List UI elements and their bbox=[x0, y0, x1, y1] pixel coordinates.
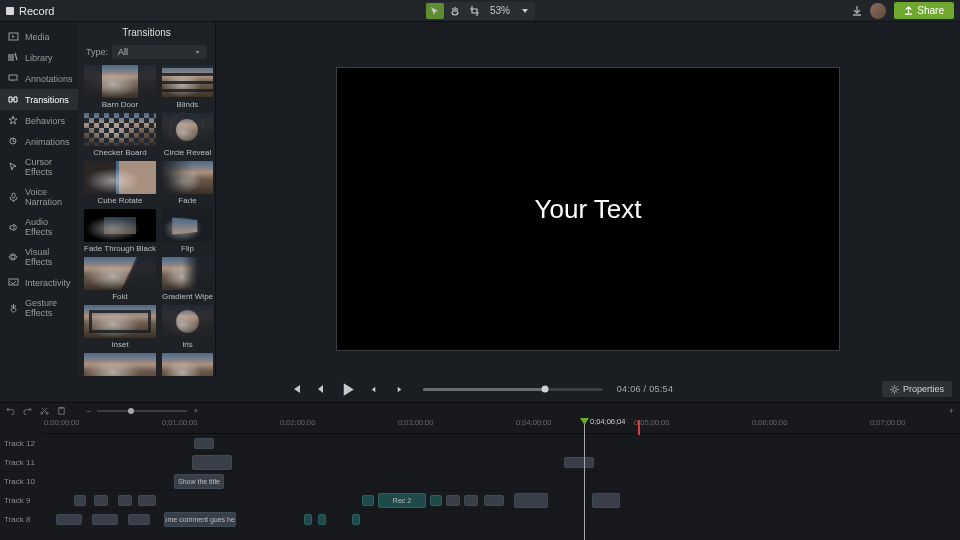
timeline-clip[interactable] bbox=[464, 495, 478, 506]
track-header[interactable]: Track 8 bbox=[0, 510, 44, 528]
track-header[interactable]: Track 11 bbox=[0, 453, 44, 471]
timeline-clip[interactable] bbox=[592, 493, 620, 508]
tool-hand[interactable] bbox=[446, 3, 464, 19]
sidebar-item-transitions[interactable]: Transitions bbox=[0, 89, 78, 110]
timeline-clip[interactable] bbox=[94, 495, 108, 506]
transition-barn-door[interactable]: Barn Door bbox=[84, 65, 156, 109]
transition-gradient-wipe[interactable]: Gradient Wipe bbox=[162, 257, 213, 301]
timeline-clip[interactable]: Some comment goes here bbox=[164, 512, 236, 527]
timeline-clip[interactable] bbox=[564, 457, 594, 468]
share-button[interactable]: Share bbox=[894, 2, 954, 19]
scrub-bar[interactable] bbox=[423, 388, 603, 391]
timeline-clip[interactable] bbox=[446, 495, 460, 506]
timeline-clip[interactable] bbox=[56, 514, 82, 525]
tool-crop[interactable] bbox=[466, 3, 484, 19]
behaviors-icon bbox=[8, 115, 19, 126]
timeline-clip[interactable]: Show the title bbox=[174, 474, 224, 489]
transition-fade-through-black[interactable]: Fade Through Black bbox=[84, 209, 156, 253]
timeline-clip[interactable] bbox=[430, 495, 442, 506]
track-header[interactable]: Track 9 bbox=[0, 491, 44, 509]
type-dropdown[interactable]: All bbox=[112, 45, 207, 59]
sidebar-item-audio[interactable]: Audio Effects bbox=[0, 212, 78, 242]
playhead-timecode: 0;04;06;04 bbox=[590, 418, 625, 426]
sidebar-item-behaviors[interactable]: Behaviors bbox=[0, 110, 78, 131]
timeline-clip[interactable] bbox=[484, 495, 504, 506]
transition-inset[interactable]: Inset bbox=[84, 305, 156, 349]
zoom-out-icon[interactable]: − bbox=[86, 406, 91, 416]
annotations-icon bbox=[8, 73, 19, 84]
transition-fold[interactable]: Fold bbox=[84, 257, 156, 301]
timeline-clip[interactable]: Rec 2 bbox=[378, 493, 426, 508]
timeline-clip[interactable] bbox=[194, 438, 214, 449]
track-row[interactable]: Track 12 bbox=[0, 434, 960, 453]
add-track-button[interactable]: + bbox=[949, 406, 954, 416]
track-header[interactable]: Track 12 bbox=[0, 434, 44, 452]
timeline-clip[interactable] bbox=[74, 495, 86, 506]
transitions-icon bbox=[8, 94, 19, 105]
timeline-clip[interactable] bbox=[92, 514, 118, 525]
track-row[interactable]: Track 8Some comment goes here bbox=[0, 510, 960, 529]
transition-circle-reveal[interactable]: Circle Reveal bbox=[162, 113, 213, 157]
play-button[interactable] bbox=[339, 380, 357, 398]
next-marker-button[interactable] bbox=[391, 380, 409, 398]
cursor-icon bbox=[8, 162, 19, 173]
transition-cube-rotate[interactable]: Cube Rotate bbox=[84, 161, 156, 205]
transition-iris[interactable]: Iris bbox=[162, 305, 213, 349]
sidebar-item-annotations[interactable]: Annotations bbox=[0, 68, 78, 89]
timeline-clip[interactable] bbox=[514, 493, 548, 508]
user-avatar[interactable] bbox=[870, 3, 886, 19]
cut-icon[interactable] bbox=[40, 406, 49, 415]
transition-more[interactable] bbox=[84, 353, 156, 376]
ruler-tick: 0;06;00;00 bbox=[752, 418, 787, 427]
timeline-clip[interactable] bbox=[138, 495, 156, 506]
ruler-tick: 0;04;00;00 bbox=[516, 418, 551, 427]
transition-flip[interactable]: Flip bbox=[162, 209, 213, 253]
transition-fade[interactable]: Fade bbox=[162, 161, 213, 205]
transition-blinds[interactable]: Blinds bbox=[162, 65, 213, 109]
svg-point-8 bbox=[46, 412, 48, 414]
svg-rect-9 bbox=[59, 408, 64, 414]
zoom-in-icon[interactable]: + bbox=[193, 406, 198, 416]
playhead[interactable]: 0;04;06;04 bbox=[584, 418, 585, 540]
timeline-clip[interactable] bbox=[128, 514, 150, 525]
record-button[interactable]: Record bbox=[6, 5, 54, 17]
tool-select[interactable] bbox=[426, 3, 444, 19]
timeline-clip[interactable] bbox=[352, 514, 360, 525]
track-row[interactable]: Track 10Show the title bbox=[0, 472, 960, 491]
sidebar-item-library[interactable]: Library bbox=[0, 47, 78, 68]
ruler-tick: 0;01;00;00 bbox=[162, 418, 197, 427]
sidebar-item-visual[interactable]: Visual Effects bbox=[0, 242, 78, 272]
timeline-clip[interactable] bbox=[318, 514, 326, 525]
sidebar-item-interactivity[interactable]: Interactivity bbox=[0, 272, 78, 293]
timeline-marker[interactable] bbox=[638, 420, 640, 435]
timeline-clip[interactable] bbox=[304, 514, 312, 525]
redo-icon[interactable] bbox=[23, 406, 32, 415]
download-icon[interactable] bbox=[852, 6, 862, 16]
track-header[interactable]: Track 10 bbox=[0, 472, 44, 490]
zoom-dropdown[interactable] bbox=[516, 3, 534, 19]
prev-marker-button[interactable] bbox=[365, 380, 383, 398]
track-row[interactable]: Track 9Rec 2 bbox=[0, 491, 960, 510]
transition-checker-board[interactable]: Checker Board bbox=[84, 113, 156, 157]
track-row[interactable]: Track 11 bbox=[0, 453, 960, 472]
sidebar-item-cursor[interactable]: Cursor Effects bbox=[0, 152, 78, 182]
timeline-zoom-slider[interactable] bbox=[97, 410, 187, 412]
audio-icon bbox=[8, 222, 19, 233]
preview-canvas[interactable]: Your Text bbox=[336, 67, 840, 351]
prev-clip-button[interactable] bbox=[287, 380, 305, 398]
timeline-clip[interactable] bbox=[192, 455, 232, 470]
sidebar-item-voice[interactable]: Voice Narration bbox=[0, 182, 78, 212]
undo-icon[interactable] bbox=[6, 406, 15, 415]
sidebar-item-animations[interactable]: Animations bbox=[0, 131, 78, 152]
scrub-head[interactable] bbox=[542, 386, 549, 393]
properties-button[interactable]: Properties bbox=[882, 381, 952, 397]
timeline-clip[interactable] bbox=[118, 495, 132, 506]
sidebar-item-media[interactable]: Media bbox=[0, 26, 78, 47]
ruler-tick: 0;02;00;00 bbox=[280, 418, 315, 427]
paste-icon[interactable] bbox=[57, 406, 66, 415]
timeline-clip[interactable] bbox=[362, 495, 374, 506]
transition-more[interactable] bbox=[162, 353, 213, 376]
canvas-zoom: 53% bbox=[486, 5, 514, 16]
step-back-button[interactable] bbox=[313, 380, 331, 398]
sidebar-item-gesture[interactable]: Gesture Effects bbox=[0, 293, 78, 323]
